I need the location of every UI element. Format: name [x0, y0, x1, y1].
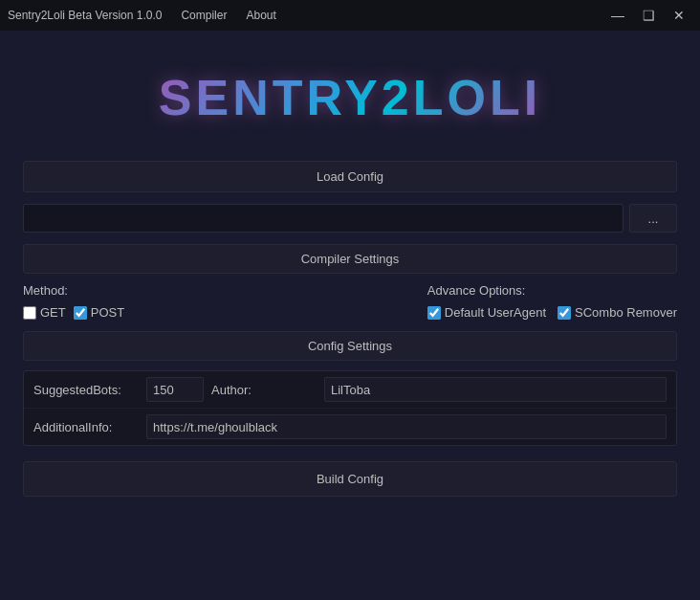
app-title: Sentry2Loli Beta Version 1.0.0 [8, 9, 162, 22]
additional-info-label: AdditionalInfo: [33, 420, 139, 434]
suggested-bots-label: SuggestedBots: [33, 383, 139, 397]
logo-area: SENTRY2LOLI [23, 50, 677, 149]
compiler-options-row: Method: GET POST Advance Options: [23, 283, 677, 320]
scombo-remover-label[interactable]: SCombo Remover [558, 305, 677, 320]
post-checkbox[interactable] [74, 306, 87, 320]
advance-checkboxes: Default UserAgent SCombo Remover [427, 305, 677, 320]
default-useragent-text: Default UserAgent [445, 305, 546, 320]
get-label: GET [40, 305, 66, 320]
config-fields: SuggestedBots: Author: AdditionalInfo: [23, 370, 677, 446]
method-label: Method: [23, 283, 124, 298]
method-section: Method: GET POST [23, 283, 124, 320]
suggested-bots-input[interactable] [146, 377, 204, 402]
advance-options-label: Advance Options: [427, 283, 677, 298]
author-block: Author: [211, 377, 667, 402]
minimize-button[interactable]: — [604, 6, 631, 25]
window-controls: — ❑ ✕ [604, 6, 692, 25]
method-checkboxes: GET POST [23, 305, 124, 320]
menu-bar: Compiler About [173, 7, 283, 24]
file-row: ... [23, 204, 677, 233]
compiler-settings-header: Compiler Settings [23, 244, 677, 274]
config-row-2: AdditionalInfo: [24, 409, 676, 445]
maximize-button[interactable]: ❑ [635, 6, 662, 25]
scombo-remover-text: SCombo Remover [575, 305, 677, 320]
menu-compiler[interactable]: Compiler [173, 7, 234, 24]
config-settings-panel: Config Settings SuggestedBots: Author: A… [23, 331, 677, 446]
file-path-input[interactable] [23, 204, 623, 233]
author-label: Author: [211, 383, 317, 397]
default-useragent-checkbox[interactable] [427, 306, 441, 320]
additional-info-input[interactable] [146, 414, 667, 439]
default-useragent-label[interactable]: Default UserAgent [427, 305, 546, 320]
title-bar-left: Sentry2Loli Beta Version 1.0.0 Compiler … [8, 7, 284, 24]
menu-about[interactable]: About [238, 7, 283, 24]
browse-button[interactable]: ... [629, 204, 677, 233]
get-checkbox-label[interactable]: GET [23, 305, 66, 320]
config-settings-header: Config Settings [23, 331, 677, 361]
post-checkbox-label[interactable]: POST [74, 305, 124, 320]
scombo-remover-checkbox[interactable] [558, 306, 571, 320]
close-button[interactable]: ✕ [666, 6, 692, 25]
post-label: POST [91, 305, 124, 320]
main-content: SENTRY2LOLI Load Config ... Compiler Set… [0, 31, 700, 516]
get-checkbox[interactable] [23, 306, 36, 320]
advance-options-section: Advance Options: Default UserAgent SComb… [427, 283, 677, 320]
author-input[interactable] [324, 377, 667, 402]
compiler-settings-panel: Compiler Settings Method: GET POST [23, 244, 677, 320]
config-row-1: SuggestedBots: Author: [24, 371, 676, 409]
app-logo: SENTRY2LOLI [159, 69, 541, 126]
title-bar: Sentry2Loli Beta Version 1.0.0 Compiler … [0, 0, 700, 31]
load-config-button[interactable]: Load Config [23, 161, 677, 192]
build-config-button[interactable]: Build Config [23, 461, 677, 497]
